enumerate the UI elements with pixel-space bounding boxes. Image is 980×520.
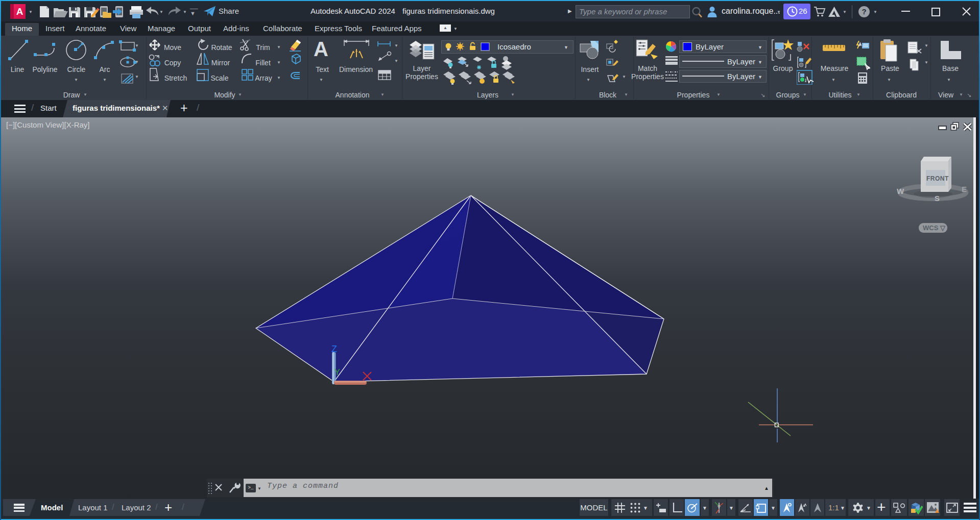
svg-text:E: E [962, 185, 967, 193]
svg-text:W: W [897, 187, 904, 195]
svg-text:S: S [935, 194, 940, 203]
svg-text:Y: Y [334, 368, 340, 377]
svg-text:FRONT: FRONT [926, 175, 949, 182]
svg-text:Z: Z [331, 344, 337, 354]
